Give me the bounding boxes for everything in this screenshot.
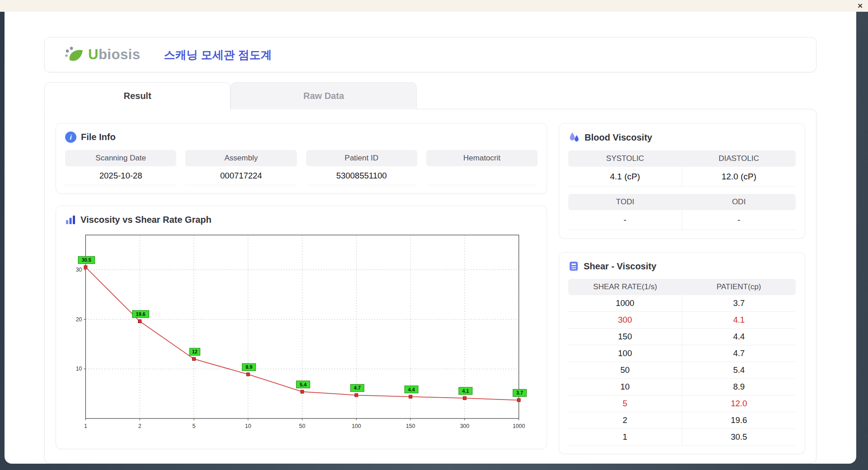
- data-point-marker: [463, 397, 466, 400]
- shear-viscosity-table: SHEAR RATE(1/s)PATIENT(cp)10003.73004.11…: [568, 279, 796, 446]
- right-column: Blood Viscosity SYSTOLICDIASTOLIC4.1 (cP…: [559, 123, 805, 449]
- table-row: 108.9: [568, 379, 796, 395]
- file-info-card: i File Info Scanning Date2025-10-28Assem…: [56, 123, 547, 194]
- file-info-field: Hematocrit: [426, 150, 538, 185]
- svg-text:1: 1: [84, 423, 87, 429]
- svg-text:30: 30: [76, 267, 82, 273]
- x-axis-labels: 12510501001503001000: [84, 423, 525, 429]
- titlebar: ×: [0, 0, 868, 12]
- svg-text:4.1: 4.1: [462, 388, 469, 394]
- data-point-marker: [192, 357, 195, 361]
- shear-viscosity-title-row: Shear - Viscosity: [568, 261, 796, 272]
- data-point-marker: [138, 320, 142, 323]
- sv-header-cell: PATIENT(cp): [682, 279, 796, 295]
- bv-value-row: --: [568, 210, 796, 230]
- shear-rate-cell: 10: [568, 379, 682, 395]
- field-value: 000717224: [185, 166, 297, 185]
- tab-bar: Result Raw Data: [44, 82, 816, 109]
- file-info-title-row: i File Info: [65, 132, 538, 143]
- patient-cell: 8.9: [682, 379, 796, 395]
- data-point-marker: [355, 394, 358, 397]
- graph-title: Viscosity vs Shear Rate Graph: [80, 215, 212, 225]
- blood-viscosity-table: SYSTOLICDIASTOLIC4.1 (cP)12.0 (cP)TODIOD…: [568, 150, 796, 230]
- bv-header-cell: SYSTOLIC: [568, 150, 682, 167]
- info-icon: i: [65, 132, 76, 143]
- bv-value-row: 4.1 (cP)12.0 (cP): [568, 167, 796, 187]
- logo-text: Ubiosis: [88, 47, 140, 63]
- field-value: [426, 166, 538, 185]
- ubiosis-logo: Ubiosis: [64, 45, 140, 64]
- app-window: Ubiosis 스캐닝 모세관 점도계 Result Raw Data i Fi…: [5, 12, 856, 464]
- bv-value-cell: -: [568, 210, 682, 230]
- bv-value-cell: 12.0 (cP): [682, 167, 796, 186]
- table-row: 3004.1: [568, 312, 796, 329]
- file-info-field: Patient ID53008551100: [306, 150, 417, 185]
- table-row: 219.6: [568, 412, 796, 429]
- table-row: 1504.4: [568, 329, 796, 345]
- tab-raw-data[interactable]: Raw Data: [231, 82, 417, 109]
- shear-rate-cell: 300: [568, 312, 682, 328]
- shear-rate-cell: 2: [568, 412, 682, 428]
- file-info-field: Assembly000717224: [185, 150, 297, 185]
- svg-text:2: 2: [138, 423, 142, 429]
- svg-text:19.6: 19.6: [136, 311, 146, 317]
- tab-result[interactable]: Result: [44, 82, 231, 109]
- y-axis-labels: 102030: [76, 267, 82, 372]
- file-info-field: Scanning Date2025-10-28: [65, 150, 176, 185]
- shear-viscosity-title: Shear - Viscosity: [584, 261, 656, 272]
- field-label: Assembly: [185, 150, 297, 166]
- page-title: 스캐닝 모세관 점도계: [164, 47, 272, 62]
- patient-cell: 4.1: [682, 312, 796, 328]
- patient-cell: 4.4: [682, 329, 796, 345]
- patient-cell: 12.0: [682, 395, 796, 412]
- droplet-icon: [568, 132, 580, 143]
- field-label: Scanning Date: [65, 150, 176, 166]
- bv-header-row: SYSTOLICDIASTOLIC: [568, 150, 796, 167]
- sv-header-row: SHEAR RATE(1/s)PATIENT(cp): [568, 279, 796, 295]
- svg-text:5: 5: [192, 423, 195, 429]
- data-point-marker: [409, 395, 412, 398]
- close-button[interactable]: ×: [858, 0, 863, 11]
- table-row: 10003.7: [568, 295, 796, 312]
- bv-header-row: TODIODI: [568, 194, 796, 210]
- svg-text:100: 100: [352, 423, 361, 429]
- bar-chart-icon: [65, 214, 76, 225]
- blood-viscosity-title: Blood Viscosity: [585, 132, 652, 143]
- svg-text:8.9: 8.9: [245, 364, 252, 370]
- svg-text:4.4: 4.4: [408, 387, 415, 392]
- bv-header-cell: TODI: [568, 194, 682, 210]
- patient-cell: 3.7: [682, 295, 796, 311]
- patient-cell: 5.4: [682, 362, 796, 378]
- logo-leaf-icon: [64, 45, 85, 64]
- shear-rate-cell: 100: [568, 345, 682, 362]
- sv-header-cell: SHEAR RATE(1/s): [568, 279, 682, 295]
- svg-text:10: 10: [245, 423, 251, 429]
- svg-text:12: 12: [192, 349, 198, 354]
- svg-text:50: 50: [299, 423, 306, 429]
- patient-cell: 19.6: [682, 412, 796, 428]
- bv-header-cell: ODI: [682, 194, 796, 210]
- field-label: Patient ID: [306, 150, 417, 166]
- svg-text:30.5: 30.5: [82, 257, 91, 263]
- bv-value-cell: 4.1 (cP): [568, 167, 682, 186]
- file-info-fields: Scanning Date2025-10-28Assembly000717224…: [65, 150, 538, 185]
- data-point-marker: [246, 373, 250, 376]
- svg-text:4.7: 4.7: [354, 385, 361, 390]
- file-info-title: File Info: [81, 132, 116, 142]
- field-label: Hematocrit: [426, 150, 538, 166]
- svg-text:20: 20: [76, 316, 82, 322]
- shear-rate-cell: 150: [568, 329, 682, 345]
- data-point-marker: [84, 266, 87, 269]
- shear-viscosity-card: Shear - Viscosity SHEAR RATE(1/s)PATIENT…: [559, 252, 805, 454]
- svg-text:1000: 1000: [513, 423, 525, 429]
- patient-cell: 30.5: [682, 429, 796, 445]
- field-value: 2025-10-28: [65, 166, 176, 185]
- bv-value-cell: -: [682, 210, 796, 230]
- svg-text:150: 150: [406, 423, 415, 429]
- calculator-icon: [568, 261, 579, 272]
- svg-text:5.4: 5.4: [300, 382, 307, 387]
- data-point-marker: [301, 390, 304, 393]
- viscosity-chart: 1251050100150300100010203030.519.6128.95…: [65, 230, 538, 437]
- shear-rate-cell: 5: [568, 395, 682, 412]
- svg-text:10: 10: [76, 366, 82, 372]
